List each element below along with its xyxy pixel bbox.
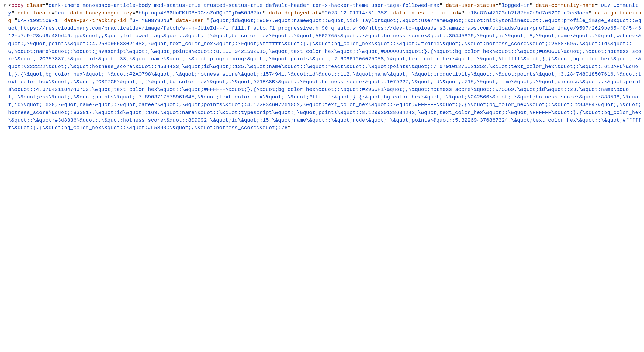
- attr-name-1: data-user-status: [446, 2, 495, 8]
- attr-value-8: G-TYEM8Y3JN3: [132, 18, 170, 24]
- attr-name-2: data-community-name: [536, 2, 595, 8]
- attr-value-7: UA-71991109-1: [17, 18, 58, 24]
- chevron-down-icon: ▼: [4, 3, 6, 8]
- attr-value-9: {&quot;id&quot;:9597,&quot;name&quot;:&q…: [8, 18, 641, 131]
- attr-value-0: dark-theme monospace-article-body mod-st…: [48, 2, 440, 8]
- attr-value-1: logged-in: [502, 2, 530, 8]
- expand-collapse-toggle[interactable]: ▼: [1, 2, 8, 8]
- body-tag-source[interactable]: <body class="dark-theme monospace-articl…: [8, 2, 644, 132]
- attr-value-4: hbp_nqu4Y66HuEKlD6YRGssZuRQnPOjDm50J8Zkr: [139, 10, 263, 16]
- attr-value-3: en: [58, 10, 64, 16]
- attr-name-0: class: [27, 2, 42, 8]
- attr-value-6: ca16a87a47123ab2f87ba2d9d7a5200fc2ee8aea: [464, 10, 588, 16]
- attr-name-6: data-latest-commit-id: [393, 10, 458, 16]
- tag-name: body: [11, 2, 24, 8]
- angle-bracket-open: <: [8, 2, 11, 8]
- attr-name-3: data-locale: [17, 10, 51, 16]
- dom-node-row[interactable]: ▼ <body class="dark-theme monospace-arti…: [1, 2, 644, 132]
- attr-name-4: data-honeybadger-key: [70, 10, 132, 16]
- attr-name-8: data-ga4-tracking-id: [64, 18, 126, 24]
- attr-value-5: 2023-12-01T14:51:35Z: [325, 10, 387, 16]
- attr-name-5: data-deployed-at: [269, 10, 318, 16]
- attr-name-9: data-user: [176, 18, 204, 24]
